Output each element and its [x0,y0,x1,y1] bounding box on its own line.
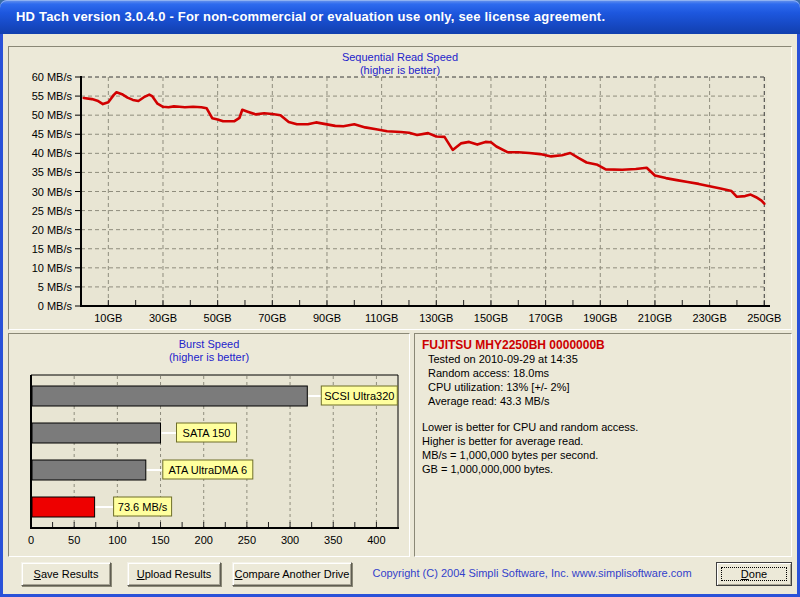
svg-text:55 MB/s: 55 MB/s [32,90,73,102]
info-line-tested: Tested on 2010-09-29 at 14:35 [415,352,791,366]
svg-text:250GB: 250GB [747,312,781,324]
sequential-read-panel: Sequential Read Speed (higher is better)… [8,46,792,330]
save-results-button[interactable]: Save Results [21,562,111,586]
info-line-random-access: Random access: 18.0ms [415,366,791,380]
drive-info-panel: FUJITSU MHY2250BH 0000000B Tested on 201… [414,333,792,557]
svg-text:350: 350 [324,534,342,546]
note-line: GB = 1,000,000,000 bytes. [415,462,791,476]
info-line-cpu-utilization: CPU utilization: 13% [+/- 2%] [415,380,791,394]
svg-text:200: 200 [195,534,213,546]
note-line: Lower is better for CPU and random acces… [415,420,791,434]
drive-name: FUJITSU MHY2250BH 0000000B [415,334,791,352]
svg-text:50: 50 [68,534,80,546]
svg-text:10 MB/s: 10 MB/s [32,262,73,274]
info-notes: Lower is better for CPU and random acces… [415,420,791,476]
svg-text:210GB: 210GB [638,312,672,324]
burst-speed-chart: 050100150200250300350400SCSI Ultra320SAT… [9,334,409,556]
svg-text:100: 100 [108,534,126,546]
svg-text:45 MB/s: 45 MB/s [32,128,73,140]
upload-results-button[interactable]: Upload Results [127,562,221,586]
svg-text:250: 250 [238,534,256,546]
note-line: Higher is better for average read. [415,434,791,448]
svg-text:73.6 MB/s: 73.6 MB/s [118,501,168,513]
svg-text:50 MB/s: 50 MB/s [32,109,73,121]
svg-text:20 MB/s: 20 MB/s [32,224,73,236]
svg-text:60 MB/s: 60 MB/s [32,71,73,83]
svg-text:35 MB/s: 35 MB/s [32,166,73,178]
info-line-average-read: Average read: 43.3 MB/s [415,394,791,408]
svg-text:300: 300 [281,534,299,546]
svg-text:150GB: 150GB [474,312,508,324]
svg-text:25 MB/s: 25 MB/s [32,205,73,217]
svg-text:5 MB/s: 5 MB/s [38,281,73,293]
hdtach-window: HD Tach version 3.0.4.0 - For non-commer… [0,0,800,597]
svg-text:130GB: 130GB [419,312,453,324]
svg-text:SATA 150: SATA 150 [183,427,231,439]
done-button[interactable]: Done [716,562,792,586]
svg-text:150: 150 [151,534,169,546]
svg-text:15 MB/s: 15 MB/s [32,243,73,255]
svg-text:90GB: 90GB [313,312,341,324]
svg-text:70GB: 70GB [258,312,286,324]
svg-text:30GB: 30GB [149,312,177,324]
svg-text:190GB: 190GB [583,312,617,324]
svg-text:0 MB/s: 0 MB/s [38,300,73,312]
client-area: Sequential Read Speed (higher is better)… [3,34,797,594]
note-line: MB/s = 1,000,000 bytes per second. [415,448,791,462]
svg-text:10GB: 10GB [94,312,122,324]
window-title: HD Tach version 3.0.4.0 - For non-commer… [0,0,800,24]
svg-text:30 MB/s: 30 MB/s [32,186,73,198]
done-button-label: Done [741,568,767,580]
sequential-read-chart: 0 MB/s5 MB/s10 MB/s15 MB/s20 MB/s25 MB/s… [9,47,791,329]
copyright-text: Copyright (C) 2004 Simpli Software, Inc.… [371,567,693,579]
svg-text:170GB: 170GB [528,312,562,324]
svg-text:40 MB/s: 40 MB/s [32,147,73,159]
compare-another-drive-button[interactable]: Compare Another Drive [232,562,352,586]
svg-text:SCSI Ultra320: SCSI Ultra320 [324,390,394,402]
svg-text:110GB: 110GB [365,312,398,324]
svg-text:230GB: 230GB [692,312,726,324]
svg-text:0: 0 [28,534,34,546]
burst-speed-panel: Burst Speed (higher is better) 050100150… [8,333,410,557]
svg-text:400: 400 [367,534,385,546]
svg-text:50GB: 50GB [204,312,232,324]
title-bar[interactable]: HD Tach version 3.0.4.0 - For non-commer… [0,0,800,34]
svg-text:ATA UltraDMA 6: ATA UltraDMA 6 [169,464,247,476]
